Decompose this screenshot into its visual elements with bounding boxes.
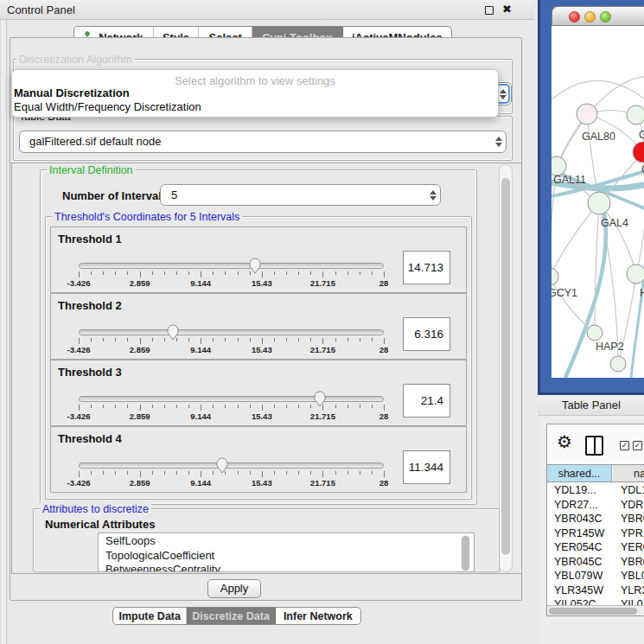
threshold-2-value-field[interactable]: 6.316 xyxy=(403,317,450,351)
threshold-1-value-field[interactable]: 14.713 xyxy=(403,251,450,284)
threshold-2-slider-thumb[interactable] xyxy=(166,323,180,341)
cell[interactable]: YBL0 xyxy=(621,570,644,582)
threshold-1-slider-thumb[interactable] xyxy=(248,257,262,275)
tick-mark xyxy=(91,338,92,341)
threshold-3-slider-thumb[interactable] xyxy=(313,390,327,408)
column-header-name[interactable]: na xyxy=(613,465,644,481)
threshold-4-value-field[interactable]: 11.344 xyxy=(403,450,450,484)
network-window-titlebar[interactable] xyxy=(552,6,644,26)
threshold-3-slider-track[interactable] xyxy=(79,396,384,402)
threshold-1-slider-track[interactable] xyxy=(79,263,384,269)
cell[interactable]: YIL052C xyxy=(554,598,596,605)
table-header-row: shared... na xyxy=(547,464,644,482)
number-of-intervals-label: Number of Intervals xyxy=(62,189,168,202)
cell[interactable]: YPR145W xyxy=(554,527,604,539)
cell[interactable]: YBR045C xyxy=(554,556,603,568)
table-row[interactable]: YIL052CYIL0 xyxy=(547,597,644,605)
table-row[interactable]: YDL19...YDL1 xyxy=(547,483,644,498)
tick-mark xyxy=(188,271,189,275)
cell[interactable]: YBR0 xyxy=(621,556,644,568)
tick-mark xyxy=(201,405,201,411)
dropdown-option-manual-discretization[interactable]: Manual Discretization xyxy=(12,86,498,100)
threshold-4-slider-thumb[interactable] xyxy=(215,456,229,475)
tab-discretize-data[interactable]: Discretize Data xyxy=(187,608,275,624)
checkbox-icon[interactable]: ✓ xyxy=(620,441,629,450)
column-header-shared-name[interactable]: shared... xyxy=(547,465,612,481)
table-row[interactable]: YBL079WYBL0 xyxy=(547,569,644,583)
cell[interactable]: YDR27... xyxy=(554,499,598,511)
cell[interactable]: YIL0 xyxy=(621,598,643,605)
tab-impute-data[interactable]: Impute Data xyxy=(113,608,187,624)
cell[interactable]: YER054C xyxy=(554,541,603,553)
tick-mark xyxy=(164,338,165,341)
numerical-attributes-list[interactable]: SelfLoops TopologicalCoefficient Between… xyxy=(98,532,475,572)
table-row[interactable]: YLR345WYLR3 xyxy=(547,583,644,598)
cell[interactable]: YDL19... xyxy=(554,484,596,496)
cell[interactable]: YBR043C xyxy=(554,513,603,525)
minimize-traffic-light-icon[interactable] xyxy=(584,11,596,22)
close-traffic-light-icon[interactable] xyxy=(569,11,580,22)
node-partial-top-right[interactable] xyxy=(627,105,644,124)
tab-infer-network[interactable]: Infer Network xyxy=(276,608,360,624)
dropdown-option-equal-width-frequency[interactable]: Equal Width/Frequency Discretization xyxy=(12,100,498,114)
apply-button[interactable]: Apply xyxy=(207,579,261,598)
cell[interactable]: YDR2 xyxy=(621,499,644,511)
table-row[interactable]: YBR045CYBR0 xyxy=(547,555,644,570)
cell[interactable]: YPR1 xyxy=(621,527,644,539)
tick-mark xyxy=(213,271,214,275)
node-gcy1[interactable] xyxy=(552,268,558,285)
cell[interactable]: YBL079W xyxy=(554,570,603,582)
cell[interactable]: YER0 xyxy=(621,541,644,553)
attributes-group-title: Attributes to discretize xyxy=(40,503,151,515)
node-partial-bottom[interactable] xyxy=(610,356,626,372)
gear-icon[interactable]: ⚙ xyxy=(557,431,572,452)
table-row[interactable]: YBR043CYBR0 xyxy=(547,512,644,526)
zoom-traffic-light-icon[interactable] xyxy=(600,11,611,22)
float-window-icon[interactable] xyxy=(485,6,494,15)
threshold-2-slider-track[interactable] xyxy=(79,329,384,335)
node-hap2[interactable] xyxy=(587,325,603,341)
scrollbar-thumb[interactable] xyxy=(549,608,637,615)
panel-splitter[interactable] xyxy=(0,20,7,644)
network-canvas[interactable]: GAL80 GA C GAL11 GAL4 GCY1 H HAP2 xyxy=(552,26,644,378)
cell[interactable]: YLR345W xyxy=(554,584,603,596)
table-horizontal-scrollbar[interactable] xyxy=(547,605,644,615)
column-layout-icon[interactable] xyxy=(585,436,603,456)
tick-mark xyxy=(115,405,116,408)
table-row[interactable]: YDR27...YDR2 xyxy=(547,498,644,513)
threshold-4-slider-track[interactable] xyxy=(79,462,384,469)
list-item[interactable]: BetweennessCentrality xyxy=(99,563,474,572)
node-label-gal4: GAL4 xyxy=(601,217,628,229)
table-row[interactable]: YER054CYER0 xyxy=(547,540,644,555)
list-item[interactable]: TopologicalCoefficient xyxy=(99,549,474,563)
node-gal80[interactable] xyxy=(577,104,597,124)
node-gal4[interactable] xyxy=(588,192,610,214)
threshold-2-label: Threshold 2 xyxy=(58,299,122,312)
cell[interactable]: YDL1 xyxy=(621,484,644,496)
cell[interactable]: YBR0 xyxy=(621,513,644,525)
settings-vertical-scrollbar[interactable] xyxy=(499,164,513,572)
tick-mark xyxy=(250,338,251,341)
node-h-partial[interactable] xyxy=(627,265,644,284)
threshold-3-value-field[interactable]: 21.4 xyxy=(403,384,450,418)
scrollbar-thumb[interactable] xyxy=(462,536,469,571)
tab-infer-network-label: Infer Network xyxy=(284,610,353,622)
threshold-4-panel: Threshold 4 -3.426 2.859 9.144 15.43 21.… xyxy=(50,426,467,493)
control-panel-titlebar xyxy=(0,0,534,20)
scrollbar-thumb[interactable] xyxy=(501,178,510,555)
node-gal11[interactable] xyxy=(552,156,566,175)
list-item[interactable]: SelfLoops xyxy=(99,534,474,548)
checkbox-icon[interactable]: ✓ xyxy=(633,441,642,450)
attributes-list-scrollbar[interactable] xyxy=(461,535,470,571)
close-icon[interactable]: ✖ xyxy=(502,3,512,16)
tick-mark xyxy=(164,471,165,475)
tick-mark xyxy=(262,471,263,477)
number-of-intervals-combobox[interactable]: 5 xyxy=(160,184,441,206)
tick-mark xyxy=(176,271,177,275)
node-selected-red[interactable] xyxy=(633,142,644,163)
table-row[interactable]: YPR145WYPR1 xyxy=(547,526,644,541)
tick-mark xyxy=(140,405,141,411)
cell[interactable]: YLR3 xyxy=(621,584,644,596)
table-data-combobox[interactable]: galFiltered.sif default node xyxy=(19,131,507,153)
tick-mark xyxy=(140,471,141,477)
